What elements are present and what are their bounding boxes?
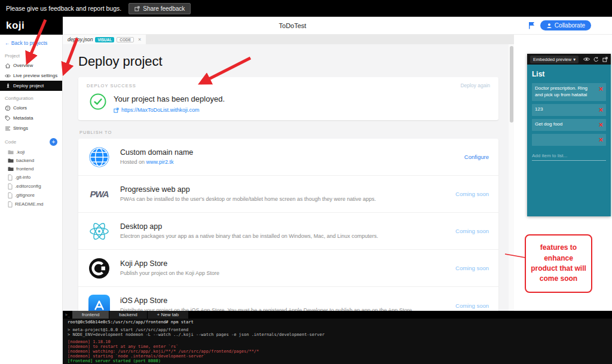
open-external-icon[interactable]: [602, 57, 608, 62]
publish-option-koji-app-store: Koji App Store Publish your project on t…: [78, 250, 498, 287]
list-title: List: [532, 70, 606, 78]
close-tab-icon[interactable]: ×: [138, 36, 141, 42]
globe-icon: [88, 146, 111, 168]
sidebar-item-overview[interactable]: Overview: [0, 60, 62, 71]
rocket-icon: [5, 83, 11, 89]
file-name: .koji: [16, 149, 25, 155]
coming-soon-label: Coming soon: [446, 228, 489, 234]
external-link-icon: [114, 108, 119, 113]
back-to-projects-link[interactable]: ← Back to projects: [0, 35, 62, 48]
terminal-tab-frontend[interactable]: frontend: [72, 311, 109, 319]
collaborate-button[interactable]: Collaborate: [540, 20, 591, 30]
item-text: Get dog food: [535, 121, 596, 128]
delete-item-icon[interactable]: ×: [599, 85, 603, 93]
option-title: iOS App Store: [120, 296, 436, 305]
configure-button[interactable]: Configure: [446, 154, 489, 160]
sidebar-item-deploy-project[interactable]: Deploy project: [0, 81, 62, 91]
terminal-line: [frontend] server started (port 8080): [68, 359, 607, 364]
folder-icon: [8, 158, 14, 163]
option-title: Koji App Store: [120, 259, 436, 268]
code-mode-badge[interactable]: CODE: [117, 37, 134, 42]
deployed-url-link[interactable]: https://MaxToDoList.withkoji.com: [114, 107, 225, 113]
sidebar-item-metadata[interactable]: Metadata: [0, 113, 62, 123]
delete-item-icon[interactable]: ×: [599, 106, 603, 114]
file-tree-item-koji[interactable]: .koji: [0, 148, 62, 156]
item-text: Doctor prescription. Ring and pick up fr…: [535, 85, 596, 99]
preview-mode-dropdown[interactable]: Embedded preview ▾: [530, 56, 579, 63]
annotation-text: features to enhance product that will co…: [531, 243, 586, 285]
sidebar-item-strings[interactable]: Strings: [0, 123, 62, 133]
sidebar-item-label: Overview: [13, 63, 33, 68]
file-tree-item-readme[interactable]: README.md: [0, 200, 62, 209]
add-file-button[interactable]: +: [50, 138, 57, 146]
flag-icon[interactable]: [528, 22, 536, 29]
file-tree-item-git-info[interactable]: .git-info: [0, 173, 62, 182]
list-item: ×: [532, 134, 606, 146]
pwa-logo-text: PWA: [90, 189, 108, 199]
sidebar-item-label: Colors: [13, 105, 27, 111]
sidebar-item-label: Live preview settings: [13, 73, 57, 78]
content-scrollbar: [509, 44, 514, 311]
option-description: PWAs can be installed to the user's desk…: [120, 195, 431, 203]
option-description: Electron packages your app as a native b…: [120, 233, 431, 240]
pwa-logo-icon: PWA: [88, 189, 111, 199]
file-tree-item-frontend[interactable]: frontend: [0, 164, 62, 173]
annotation-callout: features to enhance product that will co…: [525, 234, 592, 293]
hosted-on-text: Hosted on: [120, 159, 145, 165]
koji-logo-text: koji: [6, 20, 25, 32]
delete-item-icon[interactable]: ×: [599, 136, 603, 143]
visual-mode-badge[interactable]: VISUAL: [95, 37, 114, 42]
share-feedback-button[interactable]: Share feedback: [128, 3, 191, 14]
terminal-tab-new[interactable]: + New tab: [148, 311, 188, 319]
text-lines-icon: [5, 126, 11, 131]
share-icon: [134, 6, 140, 11]
terminal-prompt-icon: >_: [63, 311, 72, 319]
deploy-message: Your project has been deployed.: [114, 93, 225, 103]
preview-toolbar: Embedded preview ▾: [527, 54, 611, 65]
section-label-configuration: Configuration: [0, 91, 62, 103]
app-store-icon: [88, 295, 111, 311]
deploy-success-card: DEPLOY SUCCESS Deploy again Your project…: [78, 77, 498, 120]
item-text: [535, 136, 596, 142]
koji-logo[interactable]: koji: [0, 17, 63, 35]
coming-soon-label: Coming soon: [446, 265, 489, 271]
hosted-domain-link[interactable]: www.pir2.tk: [146, 159, 174, 165]
refresh-icon[interactable]: [593, 57, 599, 62]
file-tree-item-backend[interactable]: backend: [0, 156, 62, 164]
sidebar-item-label: Strings: [13, 126, 28, 131]
avatar[interactable]: [596, 19, 608, 32]
electron-icon: [88, 221, 111, 242]
deploy-again-button[interactable]: Deploy again: [460, 82, 490, 88]
file-tree-item-editorconfig[interactable]: .editorconfig: [0, 182, 62, 191]
tab-filename: deploy.json: [68, 36, 93, 42]
embedded-preview-panel: Embedded preview ▾ List Doctor prescript…: [527, 54, 611, 216]
terminal-tabbar: >_ frontend backend + New tab: [63, 311, 612, 319]
option-title: Desktop app: [120, 222, 436, 231]
coming-soon-label: Coming soon: [446, 302, 489, 309]
terminal-output[interactable]: root@0c5d6b14e0c5:/usr/src/app/frontend#…: [63, 319, 612, 364]
file-name: .editorconfig: [15, 183, 41, 189]
palette-icon: [5, 105, 11, 111]
file-name: .git-info: [15, 175, 30, 180]
file-tree-item-gitignore[interactable]: .gitignore: [0, 191, 62, 200]
add-item-input[interactable]: [532, 151, 606, 161]
tab-deploy-json[interactable]: deploy.json VISUAL CODE ×: [63, 35, 146, 44]
koji-app-window: Please give us feedback and report bugs.…: [0, 0, 612, 364]
home-icon: [5, 63, 11, 69]
terminal-tab-backend[interactable]: backend: [109, 311, 146, 319]
option-title: Progressive web app: [120, 185, 436, 194]
sidebar-item-colors[interactable]: Colors: [0, 103, 62, 113]
person-icon: [546, 23, 552, 29]
scrollbar-thumb[interactable]: [510, 46, 513, 123]
sidebar-item-live-preview-settings[interactable]: Live preview settings: [0, 71, 62, 81]
share-feedback-label: Share feedback: [143, 5, 185, 12]
file-icon: [8, 201, 13, 207]
feedback-bar: Please give us feedback and report bugs.…: [0, 0, 612, 17]
publish-option-pwa: PWA Progressive web app PWAs can be inst…: [78, 176, 498, 213]
sidebar-item-label: Metadata: [13, 115, 33, 121]
eye-icon[interactable]: [583, 57, 590, 62]
folder-icon: [8, 166, 14, 172]
delete-item-icon[interactable]: ×: [599, 121, 603, 129]
option-description: Publish your project on the Koji App Sto…: [120, 270, 431, 277]
project-title: ToDoTest: [63, 17, 522, 34]
